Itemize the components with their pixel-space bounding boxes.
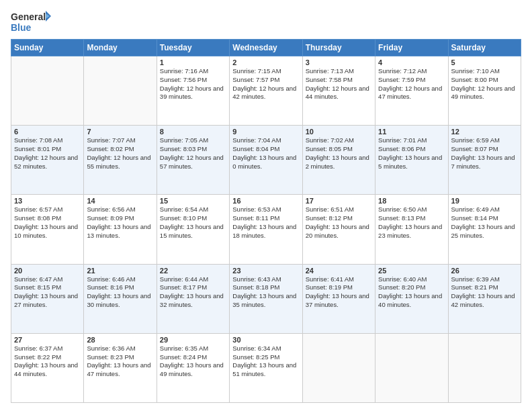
day-info: Sunrise: 6:46 AMSunset: 8:16 PMDaylight:… <box>87 275 153 310</box>
day-info: Sunrise: 7:13 AMSunset: 7:58 PMDaylight:… <box>306 67 372 101</box>
table-row: 9Sunrise: 7:04 AMSunset: 8:04 PMDaylight… <box>230 126 302 195</box>
day-number: 8 <box>160 128 226 136</box>
svg-text:General: General <box>11 11 46 22</box>
table-row: 20Sunrise: 6:47 AMSunset: 8:15 PMDayligh… <box>11 264 84 333</box>
col-friday: Friday <box>375 40 448 56</box>
table-row: 15Sunrise: 6:54 AMSunset: 8:10 PMDayligh… <box>157 195 229 264</box>
table-row <box>84 56 157 126</box>
day-info: Sunrise: 6:59 AMSunset: 8:07 PMDaylight:… <box>451 136 518 171</box>
logo-svg: General Blue <box>11 8 51 34</box>
day-info: Sunrise: 6:47 AMSunset: 8:15 PMDaylight:… <box>14 275 81 310</box>
table-row: 1Sunrise: 7:16 AMSunset: 7:56 PMDaylight… <box>157 56 229 126</box>
day-number: 6 <box>14 128 81 136</box>
day-number: 12 <box>451 128 518 136</box>
day-number: 22 <box>160 267 226 275</box>
table-row: 29Sunrise: 6:35 AMSunset: 8:24 PMDayligh… <box>157 333 229 402</box>
table-row <box>375 333 448 402</box>
day-number: 7 <box>87 128 153 136</box>
table-row: 14Sunrise: 6:56 AMSunset: 8:09 PMDayligh… <box>84 195 157 264</box>
table-row: 8Sunrise: 7:05 AMSunset: 8:03 PMDaylight… <box>157 126 229 195</box>
table-row: 12Sunrise: 6:59 AMSunset: 8:07 PMDayligh… <box>448 126 521 195</box>
day-info: Sunrise: 6:34 AMSunset: 8:25 PMDaylight:… <box>232 345 299 379</box>
day-info: Sunrise: 6:56 AMSunset: 8:09 PMDaylight:… <box>87 205 153 240</box>
day-number: 27 <box>14 336 81 344</box>
day-number: 16 <box>232 197 299 205</box>
col-saturday: Saturday <box>448 40 521 56</box>
day-info: Sunrise: 7:10 AMSunset: 8:00 PMDaylight:… <box>451 67 518 101</box>
table-row: 18Sunrise: 6:50 AMSunset: 8:13 PMDayligh… <box>375 195 448 264</box>
day-number: 26 <box>451 267 518 275</box>
page: General Blue Sunday Monday Tuesday Wedne… <box>0 0 532 411</box>
day-number: 17 <box>306 197 372 205</box>
table-row: 28Sunrise: 6:36 AMSunset: 8:23 PMDayligh… <box>84 333 157 402</box>
logo: General Blue <box>11 8 51 34</box>
day-info: Sunrise: 6:44 AMSunset: 8:17 PMDaylight:… <box>160 275 226 310</box>
col-monday: Monday <box>84 40 157 56</box>
table-row: 17Sunrise: 6:51 AMSunset: 8:12 PMDayligh… <box>302 195 375 264</box>
table-row: 24Sunrise: 6:41 AMSunset: 8:19 PMDayligh… <box>302 264 375 333</box>
day-info: Sunrise: 7:08 AMSunset: 8:01 PMDaylight:… <box>14 136 81 171</box>
day-number: 23 <box>232 267 299 275</box>
table-row: 7Sunrise: 7:07 AMSunset: 8:02 PMDaylight… <box>84 126 157 195</box>
day-info: Sunrise: 6:53 AMSunset: 8:11 PMDaylight:… <box>232 205 299 240</box>
table-row <box>11 56 84 126</box>
day-info: Sunrise: 6:54 AMSunset: 8:10 PMDaylight:… <box>160 205 226 240</box>
day-info: Sunrise: 6:36 AMSunset: 8:23 PMDaylight:… <box>87 345 153 379</box>
day-number: 25 <box>378 267 445 275</box>
col-wednesday: Wednesday <box>230 40 302 56</box>
day-number: 21 <box>87 267 153 275</box>
day-number: 18 <box>378 197 445 205</box>
table-row: 16Sunrise: 6:53 AMSunset: 8:11 PMDayligh… <box>230 195 302 264</box>
table-row: 23Sunrise: 6:43 AMSunset: 8:18 PMDayligh… <box>230 264 302 333</box>
col-thursday: Thursday <box>302 40 375 56</box>
calendar-week-row: 13Sunrise: 6:57 AMSunset: 8:08 PMDayligh… <box>11 195 521 264</box>
table-row: 6Sunrise: 7:08 AMSunset: 8:01 PMDaylight… <box>11 126 84 195</box>
day-info: Sunrise: 7:05 AMSunset: 8:03 PMDaylight:… <box>160 136 226 171</box>
table-row: 2Sunrise: 7:15 AMSunset: 7:57 PMDaylight… <box>230 56 302 126</box>
day-number: 30 <box>232 336 299 344</box>
table-row <box>448 333 521 402</box>
day-info: Sunrise: 7:15 AMSunset: 7:57 PMDaylight:… <box>232 67 299 101</box>
day-number: 1 <box>160 58 226 66</box>
day-number: 19 <box>451 197 518 205</box>
day-info: Sunrise: 6:35 AMSunset: 8:24 PMDaylight:… <box>160 345 226 379</box>
calendar-week-row: 27Sunrise: 6:37 AMSunset: 8:22 PMDayligh… <box>11 333 521 402</box>
day-info: Sunrise: 7:07 AMSunset: 8:02 PMDaylight:… <box>87 136 153 171</box>
calendar-week-row: 6Sunrise: 7:08 AMSunset: 8:01 PMDaylight… <box>11 126 521 195</box>
day-number: 20 <box>14 267 81 275</box>
table-row: 5Sunrise: 7:10 AMSunset: 8:00 PMDaylight… <box>448 56 521 126</box>
calendar-week-row: 1Sunrise: 7:16 AMSunset: 7:56 PMDaylight… <box>11 56 521 126</box>
day-info: Sunrise: 6:39 AMSunset: 8:21 PMDaylight:… <box>451 275 518 310</box>
table-row: 19Sunrise: 6:49 AMSunset: 8:14 PMDayligh… <box>448 195 521 264</box>
col-tuesday: Tuesday <box>157 40 229 56</box>
day-info: Sunrise: 7:04 AMSunset: 8:04 PMDaylight:… <box>232 136 299 171</box>
table-row: 10Sunrise: 7:02 AMSunset: 8:05 PMDayligh… <box>302 126 375 195</box>
day-number: 9 <box>232 128 299 136</box>
day-number: 11 <box>378 128 445 136</box>
day-number: 29 <box>160 336 226 344</box>
day-number: 10 <box>306 128 372 136</box>
day-number: 2 <box>232 58 299 66</box>
day-number: 13 <box>14 197 81 205</box>
table-row: 3Sunrise: 7:13 AMSunset: 7:58 PMDaylight… <box>302 56 375 126</box>
day-info: Sunrise: 7:16 AMSunset: 7:56 PMDaylight:… <box>160 67 226 101</box>
day-info: Sunrise: 7:12 AMSunset: 7:59 PMDaylight:… <box>378 67 445 101</box>
day-info: Sunrise: 7:01 AMSunset: 8:06 PMDaylight:… <box>378 136 445 171</box>
day-info: Sunrise: 6:49 AMSunset: 8:14 PMDaylight:… <box>451 205 518 240</box>
day-number: 4 <box>378 58 445 66</box>
table-row: 21Sunrise: 6:46 AMSunset: 8:16 PMDayligh… <box>84 264 157 333</box>
table-row: 26Sunrise: 6:39 AMSunset: 8:21 PMDayligh… <box>448 264 521 333</box>
day-info: Sunrise: 6:41 AMSunset: 8:19 PMDaylight:… <box>306 275 372 310</box>
day-number: 14 <box>87 197 153 205</box>
col-sunday: Sunday <box>11 40 84 56</box>
day-number: 5 <box>451 58 518 66</box>
table-row: 25Sunrise: 6:40 AMSunset: 8:20 PMDayligh… <box>375 264 448 333</box>
svg-text:Blue: Blue <box>11 22 32 33</box>
day-info: Sunrise: 6:50 AMSunset: 8:13 PMDaylight:… <box>378 205 445 240</box>
day-number: 15 <box>160 197 226 205</box>
calendar-week-row: 20Sunrise: 6:47 AMSunset: 8:15 PMDayligh… <box>11 264 521 333</box>
table-row: 4Sunrise: 7:12 AMSunset: 7:59 PMDaylight… <box>375 56 448 126</box>
table-row: 13Sunrise: 6:57 AMSunset: 8:08 PMDayligh… <box>11 195 84 264</box>
day-info: Sunrise: 6:40 AMSunset: 8:20 PMDaylight:… <box>378 275 445 310</box>
day-info: Sunrise: 6:37 AMSunset: 8:22 PMDaylight:… <box>14 345 81 379</box>
